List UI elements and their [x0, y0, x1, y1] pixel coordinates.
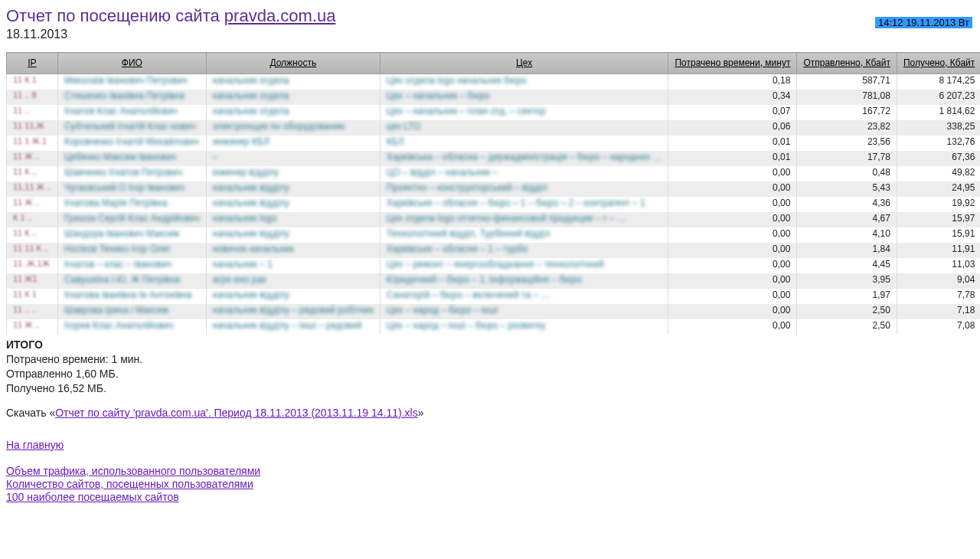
cell-sent: 17,78: [797, 151, 897, 166]
cell-sent: 4,10: [797, 227, 897, 243]
cell-fio: Стешенко Іванівна Петрівна: [57, 90, 206, 105]
table-row: 11 11 К ..Носіков Тенико Ігор Олегновичо…: [7, 243, 981, 258]
table-row: 11 Ж1Савушкіна І.Ю. Ж Петрівнаагре ено р…: [7, 273, 981, 289]
cell-sent: 781,08: [797, 90, 897, 105]
cell-department: Юридичний – бюро – 1; Інформаційне – бюр…: [380, 273, 668, 289]
cell-position: новичок начальник: [206, 243, 380, 258]
cell-ip: 11 Ж ..: [7, 197, 58, 212]
cell-recv: 67,36: [897, 151, 980, 166]
cell-fio: Ігорев Клас Анатолійович: [57, 319, 206, 335]
cell-minutes: 0,07: [668, 105, 797, 120]
cell-position: начальник відділу: [206, 227, 380, 243]
download-line: Скачать «Отчет по сайту 'pravda.com.ua'.…: [6, 407, 974, 419]
cell-fio: Шавченко Ігнатов Петрович: [57, 166, 206, 181]
cell-minutes: 0,00: [668, 258, 797, 273]
cell-fio: Чугаєвський О Ігор Іванович: [57, 181, 206, 197]
link-traffic[interactable]: Объем трафика, использованного пользоват…: [6, 465, 260, 477]
col-department[interactable]: Цех: [380, 53, 668, 74]
title-site-link[interactable]: pravda.com.ua: [224, 6, 336, 25]
cell-sent: 23,56: [797, 136, 897, 151]
cell-fio: Носіков Тенико Ігор Олег: [57, 243, 206, 258]
cell-sent: 1,84: [797, 243, 897, 258]
col-ip[interactable]: IP: [7, 53, 58, 74]
cell-recv: 8 174,25: [897, 74, 980, 90]
cell-ip: 11 1 Ж.1: [7, 136, 58, 151]
cell-ip: 11 11.Ж: [7, 120, 58, 136]
col-fio[interactable]: ФИО: [57, 53, 206, 74]
cell-fio: Ігнатов Клас Анатолійович: [57, 105, 206, 120]
cell-recv: 7,08: [897, 319, 980, 335]
link-home[interactable]: На главную: [6, 439, 64, 451]
cell-minutes: 0,00: [668, 166, 797, 181]
cell-minutes: 0,00: [668, 212, 797, 227]
cell-ip: 11 К 1: [7, 74, 58, 90]
cell-recv: 11,91: [897, 243, 980, 258]
summary-block: ИТОГО Потрачено времени: 1 мин. Отправле…: [6, 338, 974, 396]
cell-department: ЦО – відділ – начальник –: [380, 166, 668, 181]
download-link[interactable]: Отчет по сайту 'pravda.com.ua'. Период 1…: [55, 407, 418, 419]
cell-ip: 11 11 К ..: [7, 243, 58, 258]
cell-department: Харківське – обласне – бюро – 1 – бюро –…: [380, 197, 668, 212]
table-row: 11 11.ЖСубтельний Ігнатій Клас новичэлек…: [7, 120, 981, 136]
cell-fio: Шандора Іванович Максим: [57, 227, 206, 243]
cell-ip: 11.11 Ж ..: [7, 181, 58, 197]
cell-recv: 132,76: [897, 136, 980, 151]
table-row: 11 Ж ..Ігнатова Марія Петрівнаначальник …: [7, 197, 981, 212]
cell-minutes: 0,00: [668, 243, 797, 258]
table-row: К 1 ..Гришок Сергій Клас Андрійовичначал…: [7, 212, 981, 227]
cell-department: Цех отдела logo отчетно-финансовой проду…: [380, 212, 668, 227]
table-row: 11.11 Ж ..Чугаєвський О Ігор Івановичнач…: [7, 181, 981, 197]
cell-recv: 15,97: [897, 212, 980, 227]
cell-recv: 24,95: [897, 181, 980, 197]
cell-ip: 11 Ж ..: [7, 151, 58, 166]
cell-fio: Савушкіна І.Ю. Ж Петрівна: [57, 273, 206, 289]
cell-fio: Ігнатова Іванівна Ія Антонівна: [57, 289, 206, 304]
cell-ip: 11 Ж1: [7, 273, 58, 289]
cell-position: электронщик по оборудованию: [206, 120, 380, 136]
cell-ip: 11 .. 8: [7, 90, 58, 105]
cell-minutes: 0,00: [668, 197, 797, 212]
cell-minutes: 0,00: [668, 319, 797, 335]
cell-department: Цех – начальник – бюро: [380, 90, 668, 105]
cell-sent: 4,36: [797, 197, 897, 212]
cell-department: Проектно – конструкторський – відділ: [380, 181, 668, 197]
cell-position: начальник отдела: [206, 74, 380, 90]
col-position[interactable]: Должность: [206, 53, 380, 74]
table-row: 11 1 Ж.1Коровченко Ігнатій Михайловичинж…: [7, 136, 981, 151]
cell-position: –: [206, 151, 380, 166]
cell-department: цех LTO: [380, 120, 668, 136]
page-timestamp: 14:12 19.11.2013 Вт: [875, 17, 972, 28]
download-prefix: Скачать «: [6, 407, 55, 419]
cell-fio: Шаврова Ірина і Максим: [57, 304, 206, 319]
cell-position: начальник відділу: [206, 197, 380, 212]
cell-sent: 23,82: [797, 120, 897, 136]
cell-recv: 15,91: [897, 227, 980, 243]
cell-fio: Цебенко Максим Іванович: [57, 151, 206, 166]
cell-recv: 9,04: [897, 273, 980, 289]
link-sites-count[interactable]: Количество сайтов, посещенных пользовате…: [6, 478, 253, 490]
col-sent[interactable]: Отправленно, Кбайт: [797, 53, 897, 74]
cell-recv: 6 207,23: [897, 90, 980, 105]
cell-sent: 3,95: [797, 273, 897, 289]
cell-position: инженер КБЛ: [206, 136, 380, 151]
cell-ip: 11 К ..: [7, 166, 58, 181]
cell-fio: Гришок Сергій Клас Андрійович: [57, 212, 206, 227]
table-row: 11 К ..Шандора Іванович Максимначальник …: [7, 227, 981, 243]
cell-position: начальник отдела: [206, 90, 380, 105]
cell-ip: 11 К ..: [7, 227, 58, 243]
link-top100[interactable]: 100 наиболее посещаемых сайтов: [6, 491, 179, 503]
cell-position: начальник відділу: [206, 289, 380, 304]
cell-fio: Субтельний Ігнатій Клас нович: [57, 120, 206, 136]
table-row: 11 .Ж.1ЖІгнатов – клас – Івановичначальн…: [7, 258, 981, 273]
table-row: 11 К 1Миколаїв Іванович Петровичначальни…: [7, 74, 981, 90]
cell-position: начальник відділу: [206, 181, 380, 197]
cell-department: Харківське – обласне – 1 – турбо: [380, 243, 668, 258]
col-recv[interactable]: Получено, Кбайт: [897, 53, 980, 74]
col-minutes[interactable]: Потрачено времени, минут: [668, 53, 797, 74]
cell-minutes: 0,34: [668, 90, 797, 105]
table-row: 11 .. 8Стешенко Іванівна Петрівнаначальн…: [7, 90, 981, 105]
cell-ip: 11 К 1: [7, 289, 58, 304]
report-date: 18.11.2013: [6, 28, 974, 41]
cell-ip: К 1 ..: [7, 212, 58, 227]
cell-department: Цех – начальник – план отд. – сектор: [380, 105, 668, 120]
